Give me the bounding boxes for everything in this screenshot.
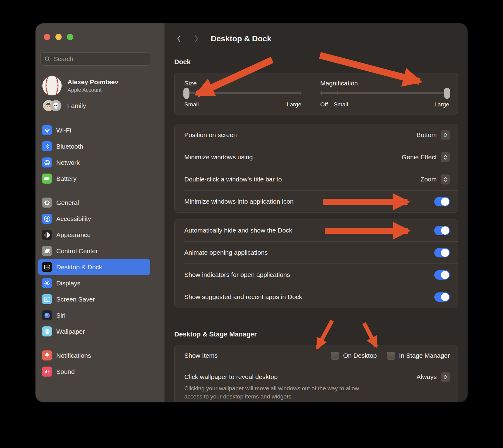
sidebar-group-gap [38, 339, 150, 347]
sidebar-item-general[interactable]: General [38, 195, 150, 211]
toggle-knob [441, 249, 449, 257]
flower-icon [42, 326, 52, 336]
show-suggested-apps-toggle[interactable] [434, 292, 450, 302]
minimize-effect-stepper[interactable] [441, 152, 450, 162]
sidebar-item-network[interactable]: Network [38, 154, 150, 171]
animate-opening-toggle[interactable] [434, 248, 450, 257]
dock-behavior-card: Automatically hide and show the Dock Ani… [174, 219, 458, 308]
close-button[interactable] [44, 34, 50, 40]
sidebar-item-control-center[interactable]: Control Center [38, 243, 150, 259]
bell-icon [42, 350, 52, 360]
position-stepper[interactable] [441, 130, 450, 140]
sidebar-item-wallpaper[interactable]: Wallpaper [38, 323, 150, 339]
sidebar-group-gap [38, 187, 150, 195]
auto-hide-dock-row: Automatically hide and show the Dock [175, 219, 458, 241]
sidebar-item-battery[interactable]: Battery [38, 171, 150, 187]
stage-manager-section-heading: Desktop & Stage Manager [174, 330, 458, 338]
toggle-knob [441, 198, 449, 206]
sidebar-item-displays[interactable]: Displays [38, 275, 150, 291]
gear-icon [42, 198, 52, 208]
search-field[interactable] [40, 52, 150, 66]
sidebar-item-appearance[interactable]: Appearance [38, 227, 150, 243]
minimize-into-app-icon-toggle[interactable] [434, 197, 450, 206]
sun-icon [42, 278, 52, 288]
size-slider-group: Size Small Large [184, 79, 301, 115]
on-desktop-checkbox[interactable] [331, 352, 339, 360]
animate-opening-row: Animate opening applications [175, 242, 458, 264]
zoom-button[interactable] [67, 34, 73, 40]
show-items-row: Show Items On Desktop In Stage Manager [175, 345, 458, 366]
magnification-slider-group: Magnification Off Small Large [320, 79, 449, 115]
in-stage-manager-option[interactable]: In Stage Manager [387, 352, 450, 360]
family-avatars [43, 100, 61, 111]
sidebar-item-desktop-dock[interactable]: Desktop & Dock [38, 259, 150, 275]
wifi-icon [42, 125, 52, 135]
panel-header: Desktop & Dock [174, 23, 458, 45]
dock-options-card: Position on screen Bottom Minimize windo… [174, 124, 458, 213]
chevron-left-icon [176, 35, 181, 43]
account-subtitle: Apple Account [68, 87, 118, 93]
show-indicators-toggle[interactable] [434, 270, 450, 280]
click-wallpaper-value: Always [416, 373, 437, 381]
search-input[interactable] [53, 55, 146, 63]
click-wallpaper-description: Clicking your wallpaper will move all wi… [184, 384, 376, 401]
toggle-knob [441, 293, 449, 301]
toggle-knob [441, 226, 449, 235]
system-settings-window: Alexey Poimtsev Apple Account Family [36, 23, 467, 402]
control-center-icon [42, 246, 52, 256]
page-title: Desktop & Dock [211, 34, 271, 43]
search-icon [44, 56, 50, 62]
show-suggested-apps-row: Show suggested and recent apps in Dock [175, 286, 458, 308]
settings-sidebar: Alexey Poimtsev Apple Account Family [36, 23, 165, 402]
in-stage-manager-checkbox[interactable] [387, 352, 395, 360]
bluetooth-icon [42, 141, 52, 151]
baseball-avatar [42, 76, 62, 95]
sidebar-nav: Wi-Fi Bluetooth Network [36, 122, 165, 380]
size-min-label: Small [184, 101, 199, 109]
speaker-icon [42, 367, 52, 377]
sidebar-item-screen-saver[interactable]: Screen Saver [38, 291, 150, 307]
toggle-knob [441, 271, 449, 279]
apple-account-item[interactable]: Alexey Poimtsev Apple Account [42, 76, 158, 95]
minimize-effect-value: Genie Effect [402, 153, 437, 161]
size-slider[interactable] [184, 88, 301, 99]
magnification-slider-track[interactable] [320, 92, 449, 94]
auto-hide-dock-toggle[interactable] [434, 226, 450, 235]
double-click-value: Zoom [420, 176, 437, 183]
appearance-icon [42, 230, 52, 240]
click-wallpaper-stepper[interactable] [441, 372, 450, 382]
account-name: Alexey Poimtsev [68, 78, 118, 86]
magnification-label: Magnification [320, 79, 449, 87]
account-text: Alexey Poimtsev Apple Account [68, 78, 118, 93]
double-click-stepper[interactable] [441, 174, 450, 184]
minimize-button[interactable] [55, 34, 62, 40]
battery-icon [42, 174, 52, 184]
sidebar-item-siri[interactable]: Siri [38, 307, 150, 323]
on-desktop-option[interactable]: On Desktop [331, 352, 377, 360]
magnification-slider-thumb[interactable] [444, 88, 450, 99]
stage-manager-card: Show Items On Desktop In Stage Manager [174, 345, 458, 402]
magnification-slider[interactable] [320, 88, 449, 99]
forward-button[interactable] [192, 33, 201, 44]
network-globe-icon [42, 157, 52, 167]
sidebar-item-bluetooth[interactable]: Bluetooth [38, 138, 150, 154]
crescent-moon-icon [42, 294, 52, 304]
skull-avatar [50, 100, 61, 111]
size-slider-thumb[interactable] [183, 88, 189, 99]
back-button[interactable] [174, 33, 183, 44]
sidebar-item-accessibility[interactable]: Accessibility [38, 211, 150, 227]
family-label: Family [67, 102, 86, 109]
sidebar-item-sound[interactable]: Sound [38, 364, 150, 380]
sidebar-item-wifi[interactable]: Wi-Fi [38, 122, 150, 138]
size-slider-track[interactable] [184, 92, 301, 94]
show-indicators-row: Show indicators for open applications [175, 264, 458, 286]
double-click-titlebar-row: Double-click a window’s title bar to Zoo… [175, 168, 458, 190]
magnification-large-label: Large [434, 101, 449, 109]
position-value: Bottom [416, 131, 437, 139]
sidebar-item-notifications[interactable]: Notifications [38, 347, 150, 364]
siri-orb-icon [42, 310, 52, 320]
desktop-dock-icon [42, 262, 52, 272]
dock-section-heading: Dock [174, 58, 458, 66]
sidebar-item-family[interactable]: Family [43, 100, 158, 111]
screenshot-stage: Alexey Poimtsev Apple Account Family [0, 0, 503, 448]
